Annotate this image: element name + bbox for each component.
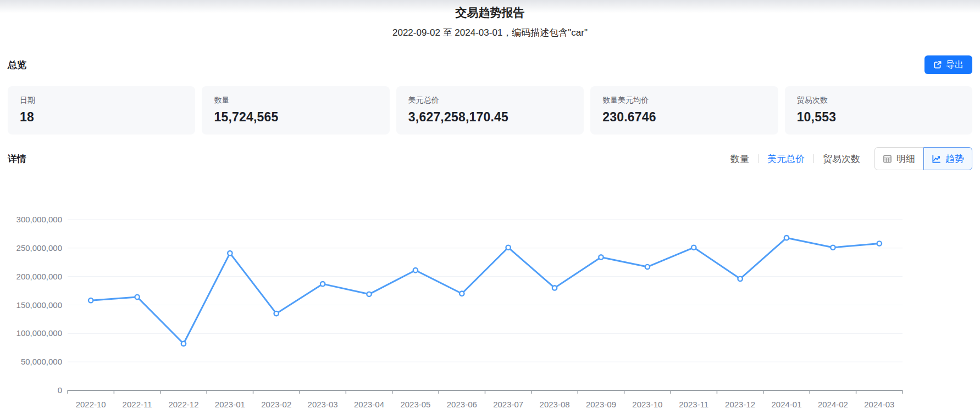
y-tick-label: 0 [58, 385, 62, 395]
x-tick-label: 2023-09 [586, 400, 616, 409]
tab-separator [813, 154, 814, 163]
stat-card-avg-price: 数量美元均价 230.6746 [590, 86, 778, 135]
overview-heading: 总览 [8, 59, 26, 71]
overview-header-row: 总览 导出 [8, 54, 972, 75]
data-point[interactable] [830, 245, 835, 250]
stat-value: 10,553 [797, 110, 960, 125]
data-point[interactable] [274, 311, 279, 316]
details-controls: 数量 美元总价 贸易次数 明细 [730, 147, 972, 170]
data-point[interactable] [135, 295, 139, 299]
x-tick-label: 2023-02 [261, 400, 291, 409]
x-tick-label: 2024-01 [771, 400, 801, 409]
y-tick-label: 200,000,000 [16, 272, 62, 281]
data-point[interactable] [88, 298, 93, 303]
view-toggle-group: 明细 趋势 [874, 147, 972, 170]
data-point[interactable] [691, 245, 696, 250]
stat-value: 3,627,258,170.45 [408, 110, 572, 125]
data-point[interactable] [599, 255, 603, 259]
stat-card-usd-total: 美元总价 3,627,258,170.45 [396, 86, 584, 135]
trend-view-button[interactable]: 趋势 [923, 147, 972, 170]
x-tick-label: 2024-03 [864, 400, 894, 409]
page-subtitle: 2022-09-02 至 2024-03-01，编码描述包含"car" [0, 26, 980, 39]
x-tick-label: 2022-10 [76, 400, 106, 409]
data-point[interactable] [552, 285, 557, 290]
trend-icon [932, 154, 941, 164]
stat-label: 数量 [214, 96, 377, 105]
x-tick-label: 2023-05 [400, 400, 430, 409]
page-title: 交易趋势报告 [0, 5, 980, 20]
x-tick-label: 2023-08 [540, 400, 570, 409]
stat-value: 18 [20, 110, 183, 125]
stat-value: 15,724,565 [214, 110, 377, 125]
detail-view-label: 明细 [896, 153, 915, 165]
detail-view-button[interactable]: 明细 [874, 147, 923, 170]
data-point[interactable] [320, 282, 325, 286]
export-button[interactable]: 导出 [924, 55, 972, 74]
tab-usd-total[interactable]: 美元总价 [767, 153, 805, 165]
stat-card-date: 日期 18 [8, 86, 195, 135]
trend-line [91, 238, 879, 344]
data-point[interactable] [181, 341, 186, 346]
x-tick-label: 2023-07 [493, 400, 523, 409]
trend-view-label: 趋势 [945, 153, 964, 165]
x-tick-label: 2023-03 [308, 400, 338, 409]
x-tick-label: 2023-11 [679, 400, 708, 409]
stat-label: 美元总价 [408, 96, 572, 105]
data-point[interactable] [738, 277, 742, 281]
tab-quantity[interactable]: 数量 [730, 153, 749, 165]
data-point[interactable] [413, 268, 418, 272]
x-tick-label: 2022-12 [168, 400, 198, 409]
stat-label: 数量美元均价 [602, 96, 766, 105]
data-point[interactable] [784, 236, 789, 240]
stat-card-quantity: 数量 15,724,565 [202, 86, 389, 135]
data-point[interactable] [506, 245, 510, 250]
y-tick-label: 150,000,000 [16, 300, 62, 310]
stat-label: 日期 [20, 96, 183, 105]
data-point[interactable] [645, 265, 650, 269]
x-tick-label: 2024-02 [818, 400, 848, 409]
data-point[interactable] [459, 292, 464, 296]
overview-cards: 日期 18 数量 15,724,565 美元总价 3,627,258,170.4… [8, 86, 972, 135]
y-tick-label: 250,000,000 [16, 243, 62, 253]
stat-label: 贸易次数 [797, 96, 960, 105]
y-tick-label: 300,000,000 [16, 215, 62, 224]
tab-trade-count[interactable]: 贸易次数 [823, 153, 860, 165]
stat-card-trade-count: 贸易次数 10,553 [785, 86, 972, 135]
details-header-row: 详情 数量 美元总价 贸易次数 明细 [8, 147, 972, 171]
table-icon [883, 154, 892, 164]
x-tick-label: 2023-06 [447, 400, 477, 409]
export-button-label: 导出 [946, 59, 964, 71]
y-tick-label: 50,000,000 [21, 357, 62, 366]
x-tick-label: 2023-01 [215, 400, 245, 409]
x-tick-label: 2022-11 [123, 400, 152, 409]
data-point[interactable] [877, 241, 882, 245]
data-point[interactable] [367, 292, 371, 296]
report-header: 交易趋势报告 2022-09-02 至 2024-03-01，编码描述包含"ca… [0, 0, 980, 39]
trend-chart[interactable]: 050,000,000100,000,000150,000,000200,000… [0, 183, 980, 419]
y-tick-label: 100,000,000 [16, 328, 62, 338]
tab-separator [758, 154, 758, 163]
x-tick-label: 2023-04 [354, 400, 384, 409]
stat-value: 230.6746 [602, 110, 766, 125]
trend-chart-canvas[interactable]: 050,000,000100,000,000150,000,000200,000… [0, 183, 980, 417]
metric-tabs: 数量 美元总价 贸易次数 [730, 153, 860, 165]
x-tick-label: 2023-12 [725, 400, 755, 409]
export-icon [933, 60, 942, 69]
details-heading: 详情 [8, 153, 26, 165]
data-point[interactable] [228, 251, 232, 255]
x-tick-label: 2023-10 [632, 400, 662, 409]
